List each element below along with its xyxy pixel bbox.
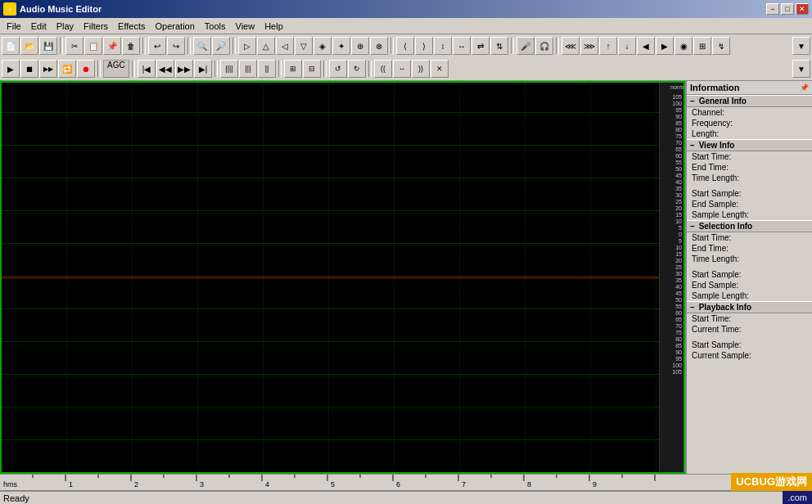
- pb-current-time-row: Current Time:: [687, 324, 812, 335]
- save-button[interactable]: 💾: [39, 37, 57, 55]
- sel-end-sample-row: End Sample:: [687, 280, 812, 290]
- menu-help[interactable]: Help: [259, 20, 288, 33]
- zoom-in-button[interactable]: 🔍: [193, 37, 211, 55]
- close-button[interactable]: ✕: [796, 3, 809, 15]
- vol-up[interactable]: ||||: [220, 60, 238, 78]
- menu-effects[interactable]: Effects: [113, 20, 150, 33]
- info-panel: Information 📌 − General Info Channel: Fr…: [685, 81, 812, 474]
- loop-a[interactable]: ↺: [329, 60, 347, 78]
- menu-view[interactable]: View: [231, 20, 260, 33]
- view-time-length-row: Time Length:: [687, 173, 812, 183]
- delete-button[interactable]: 🗑: [122, 37, 140, 55]
- cut-button[interactable]: ✂: [65, 37, 83, 55]
- view-end-time-row: End Time:: [687, 162, 812, 173]
- sep-3: [187, 38, 191, 54]
- tb-btn-p[interactable]: ⋙: [580, 37, 598, 55]
- prev-button[interactable]: ◀◀: [156, 60, 174, 78]
- zoom-out-button[interactable]: 🔎: [212, 37, 230, 55]
- next-button[interactable]: ▶▶: [175, 60, 193, 78]
- vol-dn[interactable]: |||: [239, 60, 257, 78]
- skip-end-button[interactable]: ▶|: [194, 60, 212, 78]
- menu-edit[interactable]: Edit: [26, 20, 52, 33]
- tb-btn-t[interactable]: ▶: [656, 37, 674, 55]
- sep-7: [556, 38, 559, 54]
- redo-button[interactable]: ↪: [167, 37, 185, 55]
- undo-button[interactable]: ↩: [148, 37, 166, 55]
- tb-btn-g[interactable]: ⊕: [351, 37, 369, 55]
- tb-btn-k[interactable]: ↕: [434, 37, 452, 55]
- ch-left[interactable]: ((: [374, 60, 392, 78]
- loop-button[interactable]: 🔁: [58, 60, 76, 78]
- view-sample-length-row: Sample Length:: [687, 209, 812, 220]
- info-pin-icon[interactable]: 📌: [800, 83, 809, 92]
- tb-btn-a[interactable]: ▷: [238, 37, 256, 55]
- record-button[interactable]: ⏺: [77, 60, 95, 78]
- view-info-header[interactable]: − View Info: [687, 139, 812, 151]
- sep-1: [60, 38, 63, 54]
- selection-collapse-icon: −: [690, 222, 695, 231]
- zoom-sel[interactable]: ⊞: [284, 60, 302, 78]
- zoom-all[interactable]: ⊟: [303, 60, 321, 78]
- skip-start-button[interactable]: |◀: [138, 60, 156, 78]
- tb-btn-j[interactable]: ⟩: [415, 37, 433, 55]
- loop-b[interactable]: ↻: [348, 60, 366, 78]
- tb-btn-e[interactable]: ◈: [314, 37, 332, 55]
- playback-info-header[interactable]: − Playback Info: [687, 301, 812, 313]
- tb-btn-l[interactable]: ↔: [453, 37, 471, 55]
- status-bar: Ready: [0, 490, 812, 504]
- tb-btn-i[interactable]: ⟨: [396, 37, 414, 55]
- center-line: [2, 277, 659, 278]
- ruler-ticks: [0, 475, 679, 490]
- menu-operation[interactable]: Operation: [151, 20, 200, 33]
- vol-flat[interactable]: ||: [258, 60, 276, 78]
- menu-play[interactable]: Play: [52, 20, 79, 33]
- toolbar-row-2: ▶ ⏹ ▶▶ 🔁 ⏺ AGC |◀ ◀◀ ▶▶ ▶| |||| ||| || ⊞…: [0, 57, 812, 80]
- tb-btn-expand[interactable]: ▼: [792, 37, 810, 55]
- play-button[interactable]: ▶: [2, 60, 20, 78]
- stop-button[interactable]: ⏹: [20, 60, 38, 78]
- channel-row: Channel:: [687, 107, 812, 118]
- waveform-wrapper[interactable]: norm 105 100 95 90 85 80 75 70 65 60 55 …: [2, 83, 683, 472]
- waveform-display[interactable]: [2, 83, 659, 472]
- menu-bar: File Edit Play Filters Effects Operation…: [0, 18, 812, 34]
- maximize-button[interactable]: □: [781, 3, 794, 15]
- watermark: UCBUG游戏网 .com: [731, 473, 812, 504]
- tb-btn-h[interactable]: ⊗: [370, 37, 388, 55]
- open-button[interactable]: 📂: [20, 37, 38, 55]
- ch-x[interactable]: ✕: [431, 60, 449, 78]
- copy-button[interactable]: 📋: [84, 37, 102, 55]
- tb-btn-b[interactable]: △: [257, 37, 275, 55]
- scale-bar: norm 105 100 95 90 85 80 75 70 65 60 55 …: [659, 83, 683, 472]
- menu-tools[interactable]: Tools: [200, 20, 231, 33]
- tb-row2-expand[interactable]: ▼: [792, 60, 810, 78]
- selection-info-header[interactable]: − Selection Info: [687, 220, 812, 232]
- pause-button[interactable]: ▶▶: [39, 60, 57, 78]
- tb-btn-r[interactable]: ↓: [618, 37, 636, 55]
- minimize-button[interactable]: −: [766, 3, 779, 15]
- tb-btn-c[interactable]: ◁: [276, 37, 294, 55]
- info-panel-title: Information 📌: [687, 81, 812, 95]
- general-info-header[interactable]: − General Info: [687, 95, 812, 107]
- tb-btn-q[interactable]: ↑: [599, 37, 617, 55]
- tb-record2[interactable]: 🎧: [535, 37, 553, 55]
- view-info-label: View Info: [699, 141, 735, 150]
- tb-btn-o[interactable]: ⋘: [562, 37, 580, 55]
- sep-pb-5: [323, 61, 327, 77]
- new-button[interactable]: 📄: [2, 37, 20, 55]
- tb-record[interactable]: 🎤: [517, 37, 535, 55]
- norm-label: norm: [670, 84, 683, 90]
- agc-button[interactable]: AGC: [103, 60, 129, 78]
- tb-btn-w[interactable]: ↯: [712, 37, 730, 55]
- tb-btn-v[interactable]: ⊞: [693, 37, 711, 55]
- ch-right[interactable]: )): [412, 60, 430, 78]
- tb-btn-u[interactable]: ◉: [674, 37, 692, 55]
- ch-arrow[interactable]: ↔: [393, 60, 411, 78]
- tb-btn-s[interactable]: ◀: [637, 37, 655, 55]
- tb-btn-d[interactable]: ▽: [295, 37, 313, 55]
- menu-file[interactable]: File: [2, 20, 26, 33]
- tb-btn-f[interactable]: ✦: [332, 37, 350, 55]
- paste-button[interactable]: 📌: [103, 37, 121, 55]
- tb-btn-n[interactable]: ⇅: [490, 37, 508, 55]
- tb-btn-m[interactable]: ⇄: [471, 37, 489, 55]
- menu-filters[interactable]: Filters: [79, 20, 113, 33]
